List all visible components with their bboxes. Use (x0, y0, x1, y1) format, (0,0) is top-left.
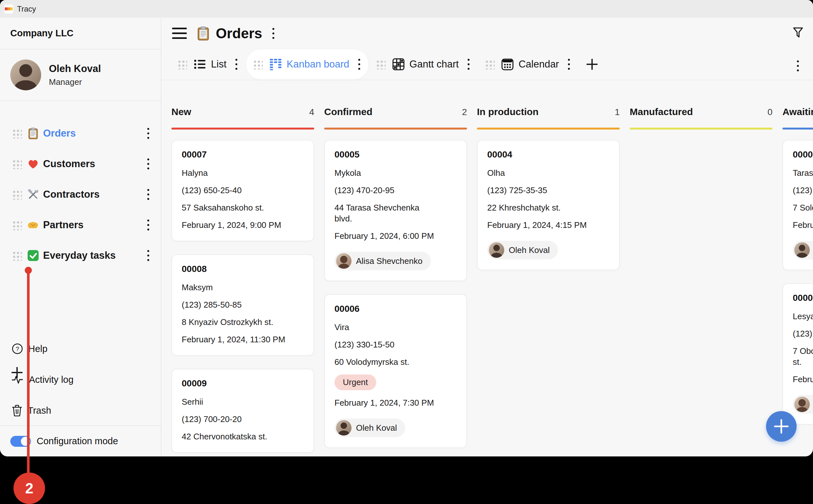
order-card[interactable]: 00004 Olha (123) 725-35-35 22 Khreshchat… (477, 140, 620, 270)
assignee-name: Oleh Koval (509, 245, 550, 255)
order-card[interactable]: 0000 Lesya (123) 7 7 Obo st. Febru A (782, 283, 813, 425)
phone: (123) 330-15-50 (334, 339, 457, 350)
customer-name: Halyna (182, 167, 304, 178)
sidebar-item-customers[interactable]: Customers (0, 149, 161, 179)
add-view-button[interactable] (587, 59, 598, 70)
customer-name: Lesya (793, 311, 813, 322)
address: 22 Khreshchatyk st. (487, 202, 610, 213)
tab-menu-icon[interactable] (566, 57, 572, 72)
item-menu-icon[interactable] (145, 248, 151, 263)
datetime: February 1, 2024, 11:30 PM (182, 334, 304, 345)
user-profile[interactable]: Oleh Koval Manager (0, 49, 161, 101)
order-card[interactable]: 00009 Serhii (123) 700-20-20 42 Chervono… (171, 369, 314, 453)
drag-handle-icon[interactable] (12, 189, 22, 200)
drag-handle-icon[interactable] (252, 59, 263, 69)
address: 60 Volodymyrska st. (334, 356, 457, 367)
assignee-chip: Alisa Shevchenko (334, 252, 431, 270)
customer-name: Taras (793, 167, 813, 178)
column-confirmed: Confirmed 2 00005 Mykola (123) 470-20-95… (324, 98, 467, 448)
tab-menu-icon[interactable] (356, 57, 362, 72)
urgent-badge: Urgent (334, 374, 376, 390)
assignee-name: Alisa Shevchenko (356, 256, 423, 266)
user-role: Manager (49, 77, 101, 87)
divider (161, 80, 813, 80)
page-title: Orders (216, 25, 262, 41)
tab-label: Kanban board (286, 59, 349, 70)
sidebar-item-label: Contractors (43, 189, 100, 200)
drag-handle-icon[interactable] (12, 128, 22, 139)
order-card[interactable]: 00005 Mykola (123) 470-20-95 44 Tarasa S… (324, 140, 467, 281)
page-menu-icon[interactable] (270, 26, 276, 41)
item-menu-icon[interactable] (145, 187, 151, 202)
datetime: Febru (793, 374, 813, 385)
sidebar-item-label: Everyday tasks (43, 250, 116, 261)
kanban-view-icon (269, 58, 282, 71)
tab-menu-icon[interactable] (233, 57, 239, 72)
order-id: 00007 (182, 149, 304, 160)
item-menu-icon[interactable] (145, 157, 151, 171)
phone: (123) 725-35-35 (487, 185, 610, 196)
assignee-avatar (489, 242, 504, 258)
column-title: Confirmed (324, 106, 372, 117)
sidebar-menu: Orders Customers Contractors Partners (0, 118, 161, 271)
datetime: February 1, 2024, 4:15 PM (487, 220, 610, 230)
help-label: Help (28, 344, 48, 354)
address: 44 Tarasa Shevchenka blvd. (334, 202, 457, 224)
main-area: Orders List Kanban board Gantt chart (161, 18, 813, 456)
drag-handle-icon[interactable] (12, 250, 22, 261)
sidebar-item-contractors[interactable]: Contractors (0, 179, 161, 210)
app-window: Tracy Company LLC Oleh Koval Manager Ord… (0, 0, 813, 456)
gantt-view-icon (392, 58, 405, 71)
annotation-step-badge: 2 (14, 473, 45, 504)
order-card[interactable]: 00006 Vira (123) 330-15-50 60 Volodymyrs… (324, 294, 467, 448)
sidebar-item-orders[interactable]: Orders (0, 118, 161, 149)
column-manufactured: Manufactured 0 (630, 98, 772, 140)
order-card[interactable]: 0000 Taras (123) 2 7 Solo Febru O (782, 140, 813, 270)
clipboard-icon (27, 127, 39, 139)
address: 7 Solo (793, 202, 813, 213)
column-count: 0 (767, 107, 772, 117)
add-order-fab[interactable] (766, 411, 797, 442)
tools-icon (27, 188, 39, 201)
tab-gantt-chart[interactable]: Gantt chart (369, 49, 478, 79)
column-title: Awaiting (782, 106, 813, 117)
trash-button[interactable]: Trash (0, 395, 161, 426)
help-icon: ? (12, 343, 23, 355)
datetime: February 1, 2024, 9:00 PM (182, 220, 304, 230)
phone: (123) 285-50-85 (182, 299, 304, 310)
sidebar-item-label: Orders (43, 128, 76, 139)
app-logo-icon (4, 5, 13, 13)
view-tabs: List Kanban board Gantt chart Calendar (161, 49, 813, 80)
drag-handle-icon[interactable] (177, 59, 187, 69)
tab-list[interactable]: List (170, 49, 246, 79)
sidebar-item-everyday-tasks[interactable]: Everyday tasks (0, 240, 161, 271)
tab-kanban-board[interactable]: Kanban board (246, 49, 369, 80)
address: 57 Saksahanskoho st. (182, 202, 304, 213)
order-card[interactable]: 00007 Halyna (123) 650-25-40 57 Saksahan… (171, 140, 314, 241)
svg-text:?: ? (16, 346, 19, 352)
drag-handle-icon[interactable] (12, 159, 22, 169)
tabbar-menu-icon[interactable] (795, 59, 801, 73)
hamburger-menu-icon[interactable] (172, 28, 187, 39)
drag-handle-icon[interactable] (375, 59, 385, 69)
filter-icon[interactable] (792, 27, 805, 40)
help-button[interactable]: ? Help (0, 333, 161, 364)
customer-name: Serhii (182, 396, 304, 407)
tab-calendar[interactable]: Calendar (478, 49, 578, 79)
phone: (123) 470-20-95 (334, 185, 457, 196)
drag-handle-icon[interactable] (12, 220, 22, 230)
activity-log-button[interactable]: Activity log (0, 364, 161, 395)
column-color-bar (782, 128, 813, 130)
assignee-chip: Oleh Koval (487, 241, 558, 259)
customer-name: Maksym (182, 282, 304, 293)
tab-label: List (211, 59, 226, 70)
drag-handle-icon[interactable] (484, 59, 495, 69)
column-color-bar (630, 128, 772, 130)
sidebar-item-partners[interactable]: Partners (0, 210, 161, 240)
item-menu-icon[interactable] (145, 126, 151, 141)
order-card[interactable]: 00008 Maksym (123) 285-50-85 8 Knyaziv O… (171, 254, 314, 356)
column-title: New (171, 106, 191, 117)
phone: (123) 650-25-40 (182, 185, 304, 196)
tab-menu-icon[interactable] (466, 57, 472, 72)
item-menu-icon[interactable] (145, 218, 151, 232)
